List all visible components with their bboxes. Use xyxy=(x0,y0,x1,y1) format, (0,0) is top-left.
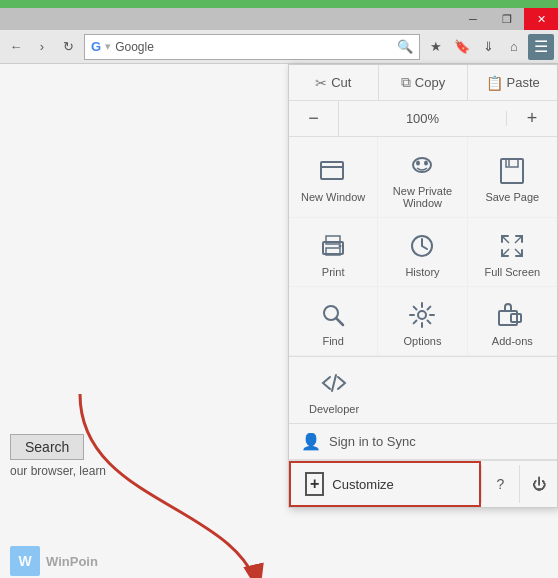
dropdown-menu: ✂ Cut ⧉ Copy 📋 Paste − 100% + xyxy=(288,64,558,508)
help-button[interactable]: ? xyxy=(481,465,519,503)
svg-rect-6 xyxy=(501,159,523,183)
download-icon[interactable]: ⇓ xyxy=(476,35,500,59)
find-item[interactable]: Find xyxy=(289,287,378,356)
customize-right-buttons: ? ⏻ xyxy=(481,465,557,503)
add-ons-label: Add-ons xyxy=(492,335,533,347)
close-button[interactable]: ✕ xyxy=(524,8,558,30)
developer-row: Developer xyxy=(289,357,557,424)
options-item[interactable]: Options xyxy=(378,287,467,356)
zoom-row: − 100% + xyxy=(289,101,557,137)
full-screen-label: Full Screen xyxy=(485,266,541,278)
history-item[interactable]: History xyxy=(378,218,467,287)
options-icon xyxy=(406,299,438,331)
new-window-label: New Window xyxy=(301,191,365,203)
tab-bar xyxy=(0,0,558,8)
full-screen-item[interactable]: Full Screen xyxy=(468,218,557,287)
signin-row[interactable]: 👤 Sign in to Sync xyxy=(289,424,557,460)
search-icon: 🔍 xyxy=(397,39,413,54)
svg-line-13 xyxy=(502,236,509,243)
title-bar: ─ ❐ ✕ xyxy=(0,8,558,30)
cut-icon: ✂ xyxy=(315,75,327,91)
address-bar[interactable]: G ▾ Google 🔍 xyxy=(84,34,420,60)
power-button[interactable]: ⏻ xyxy=(519,465,557,503)
developer-label: Developer xyxy=(309,403,359,415)
history-icon xyxy=(406,230,438,262)
save-page-label: Save Page xyxy=(485,191,539,203)
customize-label: Customize xyxy=(332,477,393,492)
zoom-value: 100% xyxy=(339,111,507,126)
zoom-plus-button[interactable]: + xyxy=(507,101,557,136)
print-item[interactable]: Print xyxy=(289,218,378,287)
learn-text: our browser, learn xyxy=(10,464,106,478)
svg-rect-1 xyxy=(321,162,343,179)
print-icon xyxy=(317,230,349,262)
developer-item[interactable]: Developer xyxy=(289,357,379,423)
minimize-button[interactable]: ─ xyxy=(456,8,490,30)
cut-label: Cut xyxy=(331,75,351,90)
copy-icon: ⧉ xyxy=(401,74,411,91)
svg-point-11 xyxy=(339,245,342,248)
add-ons-item[interactable]: Add-ons xyxy=(468,287,557,356)
save-page-item[interactable]: Save Page xyxy=(468,137,557,218)
bookmark-star-icon[interactable]: ★ xyxy=(424,35,448,59)
new-private-window-label: New Private Window xyxy=(382,185,462,209)
new-private-window-item[interactable]: New Private Window xyxy=(378,137,467,218)
search-button[interactable]: Search xyxy=(10,434,84,460)
svg-point-5 xyxy=(424,161,428,166)
watermark: W WinPoin xyxy=(10,546,98,576)
signin-label: Sign in to Sync xyxy=(329,434,416,449)
svg-line-14 xyxy=(515,236,522,243)
find-icon xyxy=(317,299,349,331)
customize-plus-icon: + xyxy=(305,472,324,496)
address-separator: ▾ xyxy=(105,40,111,53)
copy-item[interactable]: ⧉ Copy xyxy=(379,65,469,100)
svg-line-15 xyxy=(515,249,522,256)
refresh-icon[interactable]: ↻ xyxy=(56,35,80,59)
paste-item[interactable]: 📋 Paste xyxy=(468,65,557,100)
copy-label: Copy xyxy=(415,75,445,90)
new-window-icon xyxy=(317,155,349,187)
find-label: Find xyxy=(322,335,343,347)
developer-icon xyxy=(318,367,350,399)
watermark-logo: W xyxy=(10,546,40,576)
history-label: History xyxy=(405,266,439,278)
signin-icon: 👤 xyxy=(301,432,321,451)
customize-row: + Customize ? ⏻ xyxy=(289,460,557,507)
restore-button[interactable]: ❐ xyxy=(490,8,524,30)
svg-line-22 xyxy=(332,375,336,391)
address-text: Google xyxy=(115,40,154,54)
add-ons-icon xyxy=(496,299,528,331)
new-window-item[interactable]: New Window xyxy=(289,137,378,218)
edit-row: ✂ Cut ⧉ Copy 📋 Paste xyxy=(289,65,557,101)
search-area: Search our browser, learn xyxy=(10,434,106,478)
save-page-icon xyxy=(496,155,528,187)
google-logo: G xyxy=(91,39,101,54)
svg-point-19 xyxy=(418,311,426,319)
icon-grid: New Window New Private Window xyxy=(289,137,557,357)
customize-button[interactable]: + Customize xyxy=(289,461,481,507)
bookmarks-icon[interactable]: 🔖 xyxy=(450,35,474,59)
back-icon[interactable]: ← xyxy=(4,35,28,59)
menu-icon[interactable]: ☰ xyxy=(528,34,554,60)
nav-bar: ← › ↻ G ▾ Google 🔍 ★ 🔖 ⇓ ⌂ ☰ xyxy=(0,30,558,64)
home-icon[interactable]: ⌂ xyxy=(502,35,526,59)
print-label: Print xyxy=(322,266,345,278)
full-screen-icon xyxy=(496,230,528,262)
watermark-name: WinPoin xyxy=(46,554,98,569)
options-label: Options xyxy=(404,335,442,347)
cut-item[interactable]: ✂ Cut xyxy=(289,65,379,100)
forward-icon[interactable]: › xyxy=(30,35,54,59)
zoom-minus-button[interactable]: − xyxy=(289,101,339,136)
svg-point-4 xyxy=(416,161,420,166)
paste-label: Paste xyxy=(507,75,540,90)
svg-line-18 xyxy=(336,318,343,325)
paste-icon: 📋 xyxy=(486,75,503,91)
svg-line-16 xyxy=(502,249,509,256)
new-private-window-icon xyxy=(406,149,438,181)
main-area: Search our browser, learn W WinPoin ✂ Cu… xyxy=(0,64,558,578)
